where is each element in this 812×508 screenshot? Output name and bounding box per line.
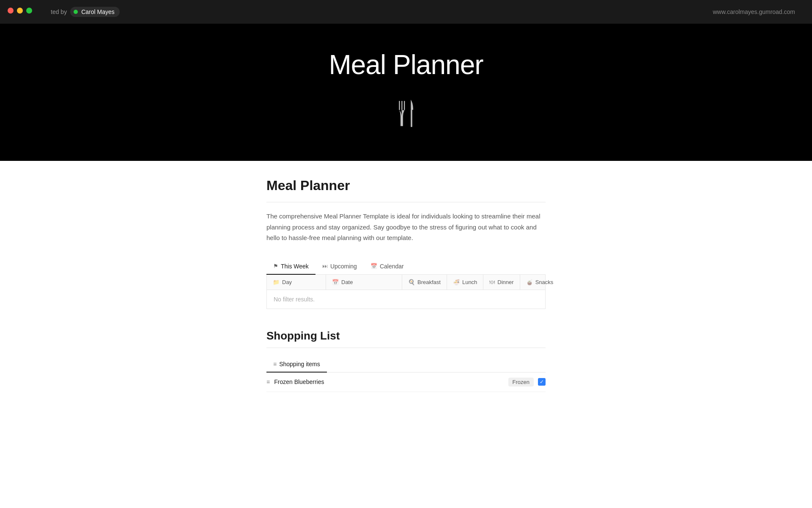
tab-this-week[interactable]: ⚑ This Week [266,259,315,275]
description-text: The comprehensive Meal Planner Template … [266,211,546,243]
breakfast-col-icon: 🍳 [408,279,415,285]
date-col-icon: 📅 [332,279,339,285]
tab-calendar[interactable]: 📅 Calendar [364,259,411,275]
user-name: Carol Mayes [81,8,115,15]
list-item: ≡ Frozen Blueberries Frozen ✓ [266,373,546,392]
main-content: Meal Planner The comprehensive Meal Plan… [258,161,554,417]
top-bar: ted by Carol Mayes www.carolmayes.gumroa… [0,0,812,24]
col-dinner-label: Dinner [497,279,513,285]
col-lunch-label: Lunch [462,279,477,285]
hero-section: Meal Planner [0,24,812,161]
col-day-label: Day [282,279,292,285]
minimize-button[interactable] [17,8,23,14]
tab-this-week-label: This Week [281,263,309,270]
svg-rect-1 [401,101,402,110]
tab-shopping-items[interactable]: ≡ Shopping items [266,356,327,373]
title-divider [266,202,546,202]
tab-shopping-items-label: Shopping items [279,361,320,367]
col-lunch: 🍜 Lunch [447,275,483,290]
table-header: 📁 Day 📅 Date 🍳 Breakfast 🍜 Lunch 🍽 [267,275,545,290]
col-date: 📅 Date [326,275,402,290]
col-snacks-label: Snacks [535,279,554,285]
calendar-icon: 📅 [370,263,377,269]
shopping-section: Shopping List ≡ Shopping items ≡ Frozen … [266,329,546,392]
traffic-lights [8,8,32,14]
top-bar-left: ted by Carol Mayes [51,7,120,17]
website-url: www.carolmayes.gumroad.com [713,8,795,15]
flatware-icon [397,97,415,127]
col-date-label: Date [341,279,353,285]
col-breakfast: 🍳 Breakfast [402,275,447,290]
upcoming-icon: ⏭ [322,263,328,269]
maximize-button[interactable] [26,8,32,14]
frozen-tag: Frozen [508,378,534,387]
dinner-col-icon: 🍽 [489,279,495,285]
knife-icon [408,99,415,127]
no-results-text: No filter results. [267,290,545,309]
tab-upcoming-label: Upcoming [330,263,357,270]
svg-rect-0 [399,101,400,110]
user-status-dot [74,10,78,14]
tab-bar: ⚑ This Week ⏭ Upcoming 📅 Calendar [266,259,546,275]
list-item-icon: ≡ [266,378,270,385]
shopping-item-name: Frozen Blueberries [274,378,324,385]
shopping-items-icon: ≡ [273,361,277,367]
user-pill[interactable]: Carol Mayes [70,7,120,17]
shopping-section-title: Shopping List [266,329,546,342]
shopping-item-left: ≡ Frozen Blueberries [266,378,324,385]
day-col-icon: 📁 [273,279,280,285]
svg-rect-3 [411,110,412,127]
fork-icon [397,99,406,127]
this-week-icon: ⚑ [273,263,278,269]
shopping-divider [266,348,546,348]
hero-title: Meal Planner [329,49,483,80]
snacks-col-icon: 🧉 [526,279,533,285]
page-title: Meal Planner [266,178,546,193]
tab-upcoming[interactable]: ⏭ Upcoming [315,259,364,275]
shopping-tabs: ≡ Shopping items [266,356,546,373]
lunch-col-icon: 🍜 [453,279,460,285]
meal-table: 📁 Day 📅 Date 🍳 Breakfast 🍜 Lunch 🍽 [266,275,546,309]
col-dinner: 🍽 Dinner [483,275,520,290]
col-day: 📁 Day [267,275,326,290]
close-button[interactable] [8,8,14,14]
col-snacks: 🧉 Snacks [520,275,560,290]
item-checkbox[interactable]: ✓ [538,378,546,386]
col-breakfast-label: Breakfast [417,279,441,285]
created-by-label: ted by [51,8,67,15]
meal-planner-tabs: ⚑ This Week ⏭ Upcoming 📅 Calendar 📁 Day … [266,259,546,309]
tab-calendar-label: Calendar [380,263,404,270]
svg-rect-2 [404,101,405,110]
shopping-item-right: Frozen ✓ [508,378,546,387]
